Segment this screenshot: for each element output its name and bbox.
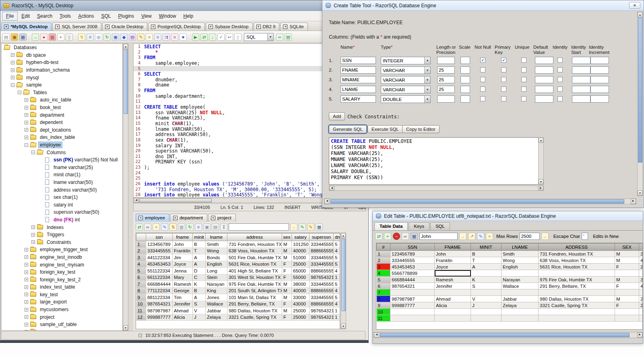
expand-icon[interactable]: + xyxy=(11,61,14,64)
collapse-icon[interactable]: − xyxy=(25,143,28,147)
preview-vscrollbar[interactable]: ▲ ▼ xyxy=(538,137,544,185)
refresh-query-icon[interactable]: ↻ xyxy=(186,223,194,231)
results-scroll-thumb[interactable] xyxy=(341,239,346,311)
cell[interactable]: F xyxy=(282,314,292,321)
cell[interactable]: 987654321 xyxy=(146,301,173,308)
drop-db-icon[interactable]: ▥ xyxy=(49,33,56,41)
expand-icon[interactable]: + xyxy=(11,76,14,79)
tree-editor-splitter[interactable] xyxy=(128,43,133,331)
length-input[interactable] xyxy=(437,76,455,83)
cell[interactable]: A xyxy=(471,264,502,270)
cell[interactable]: 987654321 xyxy=(390,283,435,289)
chevron-down-icon[interactable]: ▼ xyxy=(424,57,430,64)
sort-icon[interactable]: ⇅ xyxy=(169,223,177,231)
cell[interactable]: 3321 Castle, Spring TX xyxy=(227,314,282,321)
column-name-input[interactable] xyxy=(341,76,376,83)
results-tab-project[interactable]: ✕project xyxy=(208,214,236,222)
cell[interactable]: M xyxy=(615,251,639,257)
scale-input[interactable] xyxy=(460,66,470,74)
default-value-input[interactable] xyxy=(535,66,553,74)
cell[interactable]: Ramesh xyxy=(173,281,193,288)
dialog-scroll-thumb[interactable] xyxy=(638,18,642,163)
preview-scroll-down-icon[interactable]: ▼ xyxy=(539,179,543,184)
copy-cell-icon[interactable]: ▥ xyxy=(178,223,185,231)
identity-start-input[interactable] xyxy=(572,66,590,74)
cell[interactable]: 453453453 xyxy=(146,261,173,268)
dialog-scroll-left-icon[interactable]: ◀ xyxy=(324,199,330,204)
row-number[interactable]: 6 xyxy=(136,274,146,281)
tree-item-key_test[interactable]: +key_test xyxy=(2,291,122,299)
cell[interactable]: 2 xyxy=(639,264,643,270)
edit-tab-keys[interactable]: Keys xyxy=(409,222,429,230)
cell[interactable]: 999887777 xyxy=(390,302,435,309)
cell[interactable]: 65000 xyxy=(292,268,310,275)
column-type-dropdown[interactable]: VARCHAR▼ xyxy=(381,66,431,74)
cell[interactable]: 5631 Rice, Houston TX xyxy=(227,261,282,268)
cell[interactable]: 5 xyxy=(334,254,341,261)
collapse-icon[interactable]: − xyxy=(18,91,21,94)
cell[interactable]: Joyce xyxy=(435,264,471,270)
pin-icon[interactable]: ↗ xyxy=(468,233,475,240)
refresh-objects-icon[interactable]: ↻ xyxy=(103,33,111,41)
row-number-green[interactable]: 10 xyxy=(377,309,390,315)
cell[interactable]: Narayan xyxy=(502,277,539,283)
results-scroll-down-icon[interactable]: ▼ xyxy=(341,324,346,329)
menu-tools[interactable]: Tools xyxy=(56,12,74,20)
edit-scroll-right-icon[interactable]: ▶ xyxy=(637,332,642,338)
identity-start-input[interactable] xyxy=(572,76,590,83)
new-file-icon[interactable]: ▤ xyxy=(2,33,10,41)
expand-icon[interactable]: + xyxy=(25,308,28,312)
cell[interactable]: 333445555 xyxy=(310,294,334,301)
cell[interactable]: 1 xyxy=(334,314,341,321)
generate-sql-button[interactable]: Generate SQL xyxy=(329,125,367,133)
cell[interactable]: 51000 xyxy=(292,254,310,261)
unique-checkbox[interactable] xyxy=(521,58,526,63)
tree-item-index_test_table[interactable]: +index_test_table xyxy=(2,283,122,291)
cell[interactable]: 33000 xyxy=(292,294,310,301)
cell[interactable]: 980 Dallas, Houston TX xyxy=(539,296,615,302)
import-connect-icon[interactable]: → xyxy=(32,33,39,41)
results-vscrollbar[interactable]: ▲ ▼ xyxy=(341,233,346,329)
open-file-icon[interactable]: ▣ xyxy=(11,33,18,41)
cell[interactable]: 291 Berry, Bellaire, TX xyxy=(227,301,282,308)
length-input[interactable] xyxy=(437,66,455,74)
max-rows-input[interactable] xyxy=(520,233,540,240)
cell[interactable]: Mary xyxy=(173,274,193,281)
unique-checkbox[interactable] xyxy=(521,96,526,101)
cell[interactable]: 975 Fire Oak, Humble TX xyxy=(227,281,282,288)
tree-item-triggers[interactable]: +Triggers xyxy=(2,231,122,239)
dialog-hscrollbar[interactable]: ◀ ▶ xyxy=(324,198,636,204)
cell[interactable]: F xyxy=(615,264,639,270)
filter-icon[interactable]: ≈ xyxy=(153,223,160,231)
tree-item-auto_inc_table[interactable]: +auto_inc_table xyxy=(2,96,122,104)
expand-icon[interactable]: + xyxy=(25,98,28,102)
identity-increment-input[interactable] xyxy=(590,57,609,64)
cell[interactable]: 731 Fondren, Houston TX xyxy=(227,241,282,248)
column-header-LNAME[interactable]: LNAME xyxy=(502,244,539,251)
cell[interactable] xyxy=(539,270,615,277)
edit-cell-icon[interactable]: ✎ xyxy=(161,223,168,231)
column-header-dno[interactable]: dno xyxy=(334,233,341,241)
cell[interactable]: English xyxy=(206,261,227,268)
cell[interactable] xyxy=(471,270,502,277)
disconnect-icon[interactable]: ● xyxy=(40,33,47,41)
validate-sql-icon[interactable]: ✓ xyxy=(217,33,225,41)
tree-item-book_test[interactable]: +book_test xyxy=(2,104,122,111)
cell[interactable]: A xyxy=(193,254,206,261)
expand-icon[interactable]: + xyxy=(25,323,28,326)
tree-item-engine_test_myisam[interactable]: +engine_test_myisam xyxy=(2,261,122,268)
cell[interactable]: 25000 xyxy=(292,261,310,268)
identity-checkbox[interactable] xyxy=(557,67,563,72)
row-number-gray[interactable]: 9 xyxy=(377,302,390,309)
cell[interactable]: John xyxy=(435,251,471,257)
cell[interactable]: 4 xyxy=(639,283,643,289)
expand-icon[interactable]: + xyxy=(25,270,28,274)
cell[interactable]: 5566778899 xyxy=(390,270,435,277)
cell[interactable] xyxy=(502,315,539,322)
column-header-sex[interactable]: sex xyxy=(282,233,292,241)
cell[interactable] xyxy=(539,315,615,322)
search-connections-icon[interactable]: ∞ xyxy=(276,33,283,41)
cell[interactable]: 301 West St. Houston TX xyxy=(227,274,282,281)
cell[interactable]: Jennifer xyxy=(435,283,471,289)
connection-tab-oracle-desktop[interactable]: ✕Oracle Desktop xyxy=(102,23,147,31)
